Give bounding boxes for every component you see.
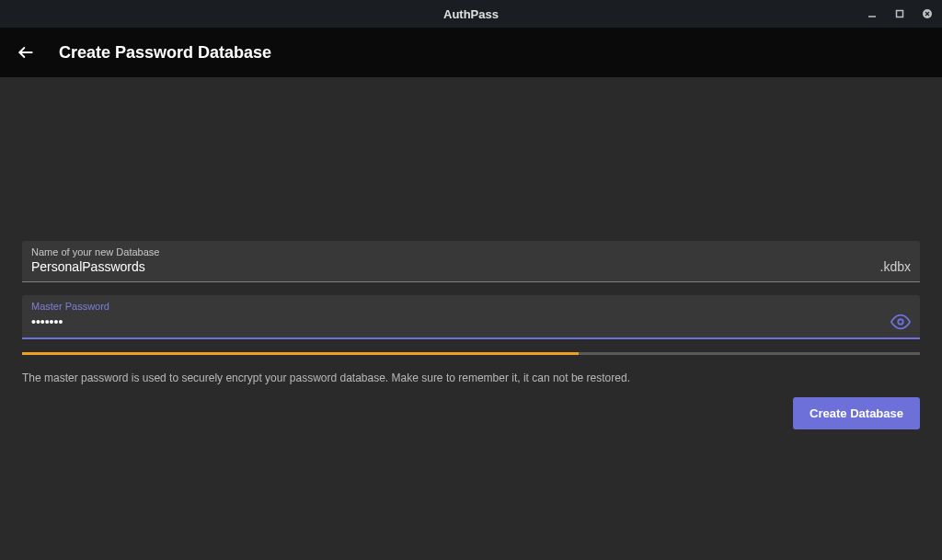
database-name-suffix: .kdbx [880,259,911,274]
master-password-field: Master Password [22,295,920,339]
window-controls [865,6,935,21]
database-name-field: Name of your new Database .kdbx [22,241,920,282]
minimize-button[interactable] [865,6,879,21]
action-row: Create Database [22,397,920,429]
create-database-button[interactable]: Create Database [793,397,920,429]
titlebar: AuthPass [0,0,942,28]
database-name-label: Name of your new Database [22,241,920,257]
window-title: AuthPass [443,7,499,21]
strength-filled [22,352,579,355]
appbar: Create Password Database [0,28,942,77]
content-area: Name of your new Database .kdbx Master P… [0,77,942,429]
master-password-input[interactable] [31,313,883,331]
svg-point-6 [898,319,903,325]
field-underline [22,337,920,339]
helper-text: The master password is used to securely … [22,371,920,384]
back-button[interactable] [15,41,37,63]
toggle-password-visibility-icon[interactable] [890,312,911,332]
field-underline [22,281,920,282]
page-title: Create Password Database [59,43,271,63]
maximize-button[interactable] [892,6,907,21]
svg-rect-1 [897,11,903,17]
database-name-input[interactable] [31,257,873,276]
password-strength-bar [22,352,920,355]
master-password-label: Master Password [22,295,920,312]
close-button[interactable] [920,6,935,21]
strength-empty [579,352,920,355]
